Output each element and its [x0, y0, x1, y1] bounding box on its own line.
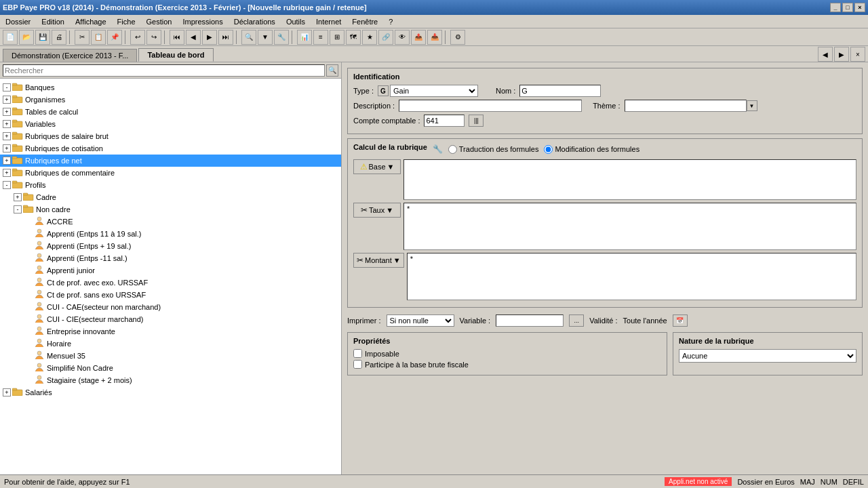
- nom-input[interactable]: [519, 85, 601, 97]
- tb-export[interactable]: 📤: [411, 30, 426, 45]
- menu-internet[interactable]: Internet: [311, 16, 347, 27]
- tb-b4[interactable]: ⏭: [218, 30, 233, 45]
- tb-star[interactable]: ★: [362, 30, 377, 45]
- tb-link[interactable]: 🔗: [378, 30, 393, 45]
- expand-expanded-icon[interactable]: -: [3, 181, 11, 189]
- expand-collapsed-icon[interactable]: +: [3, 96, 11, 104]
- base-button[interactable]: ⚠ Base ▼: [353, 159, 401, 174]
- tree-item[interactable]: Horaire: [0, 338, 341, 350]
- expand-collapsed-icon[interactable]: +: [3, 108, 11, 116]
- tree-item[interactable]: Stagiaire (stage + 2 mois): [0, 374, 341, 386]
- tb-chart[interactable]: 📊: [297, 30, 312, 45]
- tree-item[interactable]: ACCRE: [0, 216, 341, 228]
- minimize-button[interactable]: _: [830, 3, 841, 12]
- tree-item[interactable]: Simplifié Non Cadre: [0, 362, 341, 374]
- tree-item[interactable]: Apprenti (Entps 11 à 19 sal.): [0, 228, 341, 240]
- tree-item[interactable]: +Salariés: [0, 386, 341, 399]
- tb-redo[interactable]: ↪: [146, 30, 161, 45]
- tree-item[interactable]: Entreprise innovante: [0, 325, 341, 338]
- tree-item[interactable]: -Profils: [0, 179, 341, 191]
- tb-import[interactable]: 📥: [427, 30, 442, 45]
- tree-item[interactable]: Ct de prof. avec exo. URSSAF: [0, 277, 341, 289]
- tab-nav-left[interactable]: ◀: [818, 47, 833, 62]
- imposable-checkbox[interactable]: [353, 349, 362, 358]
- maximize-button[interactable]: □: [842, 3, 853, 12]
- menu-fiche[interactable]: Fiche: [112, 16, 141, 27]
- tab-close[interactable]: ×: [850, 47, 865, 62]
- search-button[interactable]: 🔍: [326, 64, 338, 77]
- menu-dossier[interactable]: Dossier: [0, 16, 36, 27]
- tb-save[interactable]: 💾: [35, 30, 50, 45]
- montant-button[interactable]: ✂ Montant ▼: [353, 253, 404, 268]
- compte-picker-button[interactable]: |||: [469, 115, 484, 127]
- tree-item[interactable]: +Cadre: [0, 191, 341, 203]
- menu-gestion[interactable]: Gestion: [141, 16, 178, 27]
- montant-field[interactable]: *: [407, 253, 856, 300]
- tree-item[interactable]: Ct de prof. sans exo URSSAF: [0, 289, 341, 301]
- taux-button[interactable]: ✂ Taux ▼: [353, 203, 401, 218]
- tab-demonstration[interactable]: Démonstration (Exercice 2013 - F...: [3, 49, 137, 62]
- tb-print[interactable]: 🖨: [52, 30, 66, 45]
- nature-select[interactable]: Aucune Avantage en nature Frais professi…: [679, 349, 856, 363]
- tree-item[interactable]: Apprenti (Entps + 19 sal.): [0, 240, 341, 252]
- radio-traduction-input[interactable]: [448, 145, 457, 154]
- expand-collapsed-icon[interactable]: +: [3, 157, 11, 165]
- expand-collapsed-icon[interactable]: +: [3, 120, 11, 128]
- tab-nav-right[interactable]: ▶: [834, 47, 849, 62]
- menu-outils[interactable]: Outils: [281, 16, 311, 27]
- calendar-button[interactable]: 📅: [673, 314, 688, 327]
- radio-traduction[interactable]: Traduction des formules: [448, 145, 539, 154]
- type-select[interactable]: Gain Retenue: [390, 85, 478, 97]
- expand-expanded-icon[interactable]: -: [14, 205, 22, 214]
- radio-modification[interactable]: Modification des formules: [544, 145, 639, 154]
- tb-new[interactable]: 📄: [3, 30, 18, 45]
- tree-item[interactable]: Apprenti junior: [0, 264, 341, 277]
- tb-cut[interactable]: ✂: [75, 30, 90, 45]
- tree-item[interactable]: -Banques: [0, 81, 341, 94]
- base-field[interactable]: [403, 159, 856, 200]
- tb-list[interactable]: ≡: [313, 30, 328, 45]
- tb-eye[interactable]: 👁: [395, 30, 410, 45]
- tb-paste[interactable]: 📌: [107, 30, 122, 45]
- expand-collapsed-icon[interactable]: +: [3, 132, 11, 140]
- expand-collapsed-icon[interactable]: +: [14, 193, 22, 201]
- tree-item[interactable]: +Variables: [0, 118, 341, 130]
- tree-item[interactable]: +Rubriques de cotisation: [0, 142, 341, 155]
- tree-item[interactable]: +Rubriques de commentaire: [0, 167, 341, 179]
- menu-impressions[interactable]: Impressions: [177, 16, 228, 27]
- search-input[interactable]: [3, 64, 325, 77]
- tree-item[interactable]: +Organismes: [0, 94, 341, 106]
- imprimer-dropdown[interactable]: Si non nulle Toujours Jamais: [387, 314, 454, 327]
- tb-map[interactable]: 🗺: [346, 30, 361, 45]
- tb-calc[interactable]: 🔧: [274, 30, 289, 45]
- tb-undo[interactable]: ↩: [130, 30, 145, 45]
- theme-dropdown-arrow[interactable]: ▼: [747, 100, 757, 111]
- tb-grid[interactable]: ⊞: [330, 30, 344, 45]
- menu-declarations[interactable]: Déclarations: [229, 16, 281, 27]
- tb-b2[interactable]: ◀: [186, 30, 201, 45]
- tb-b3[interactable]: ▶: [202, 30, 217, 45]
- tree-item[interactable]: +Tables de calcul: [0, 106, 341, 118]
- menu-aide[interactable]: ?: [383, 16, 398, 27]
- variable-picker-button[interactable]: ...: [569, 314, 584, 327]
- expand-collapsed-icon[interactable]: +: [3, 144, 11, 152]
- tree-item[interactable]: +Rubriques de salaire brut: [0, 130, 341, 142]
- menu-fenetre[interactable]: Fenêtre: [347, 16, 383, 27]
- variable-input[interactable]: [496, 314, 564, 327]
- expand-expanded-icon[interactable]: -: [3, 83, 11, 92]
- brute-fiscale-checkbox[interactable]: [353, 360, 362, 369]
- tree-item[interactable]: Mensuel 35: [0, 350, 341, 362]
- tb-filter[interactable]: ▼: [258, 30, 273, 45]
- taux-field[interactable]: *: [403, 203, 856, 250]
- tree-item[interactable]: -Non cadre: [0, 203, 341, 216]
- tree-item[interactable]: Apprenti (Entps -11 sal.): [0, 252, 341, 264]
- tab-tableau-de-bord[interactable]: Tableau de bord: [138, 48, 213, 62]
- compte-input[interactable]: [424, 115, 465, 127]
- menu-affichage[interactable]: Affichage: [70, 16, 112, 27]
- tree-item[interactable]: CUI - CAE(secteur non marchand): [0, 301, 341, 313]
- tree-item[interactable]: CUI - CIE(secteur marchand): [0, 313, 341, 325]
- description-input[interactable]: [399, 100, 582, 112]
- menu-edition[interactable]: Edition: [36, 16, 70, 27]
- tb-open[interactable]: 📂: [19, 30, 34, 45]
- radio-modification-input[interactable]: [544, 145, 553, 154]
